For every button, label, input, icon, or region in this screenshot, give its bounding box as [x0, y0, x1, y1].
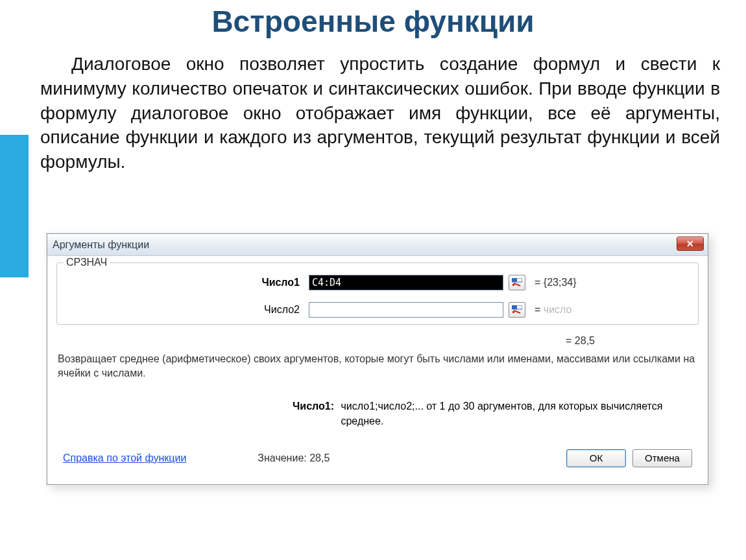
argument-row: Число1 = {23;34}	[64, 275, 692, 290]
argument-input-2[interactable]	[309, 302, 503, 318]
value-text: Значение: 28,5	[258, 452, 330, 464]
argument-label: Число2	[64, 304, 304, 316]
svg-rect-4	[512, 305, 517, 309]
collapse-dialog-button[interactable]	[509, 302, 525, 318]
ok-button[interactable]: ОК	[566, 449, 626, 467]
collapse-dialog-button[interactable]	[509, 275, 525, 290]
argument-result-1: = {23;34}	[535, 277, 577, 288]
value-number: 28,5	[309, 452, 330, 463]
dialog-titlebar[interactable]: Аргументы функции ✕	[47, 234, 708, 256]
argument-row: Число2 = число	[64, 302, 692, 318]
argument-result-2: = число	[535, 304, 572, 316]
value-prefix: Значение:	[258, 452, 306, 463]
slide-paragraph: Диалоговое окно позволяет упростить созд…	[40, 52, 720, 174]
function-arguments-dialog: Аргументы функции ✕ СРЗНАЧ Число1	[47, 233, 708, 485]
help-link[interactable]: Справка по этой функции	[63, 452, 186, 464]
close-button[interactable]: ✕	[677, 237, 704, 251]
function-description: Возвращает среднее (арифметическое) свои…	[56, 349, 699, 385]
svg-rect-2	[512, 284, 514, 286]
slide: Встроенные функции Диалоговое окно позво…	[0, 0, 746, 560]
svg-rect-1	[512, 278, 517, 282]
function-group: СРЗНАЧ Число1 = {23;34}	[56, 262, 699, 325]
close-icon: ✕	[686, 239, 694, 249]
dialog-body: СРЗНАЧ Число1 = {23;34}	[47, 256, 708, 484]
range-picker-icon	[512, 278, 522, 287]
argument-help-label: Число1:	[58, 399, 338, 414]
argument-help-text: число1;число2;... от 1 до 30 аргументов,…	[341, 399, 684, 428]
intermediate-result: = 28,5	[56, 330, 699, 349]
accent-bar	[0, 135, 29, 277]
dialog-footer: Справка по этой функции Значение: 28,5 О…	[56, 444, 699, 475]
slide-title: Встроенные функции	[0, 4, 746, 39]
range-picker-icon	[512, 305, 522, 314]
dialog-title: Аргументы функции	[53, 239, 149, 251]
argument-label: Число1	[64, 277, 304, 288]
argument-result-eq: =	[535, 304, 544, 315]
argument-placeholder: число	[544, 304, 572, 315]
svg-rect-5	[512, 311, 514, 313]
argument-input-1[interactable]	[309, 275, 503, 290]
cancel-button[interactable]: Отмена	[632, 449, 692, 467]
function-name-label: СРЗНАЧ	[64, 257, 110, 268]
argument-help: Число1: число1;число2;... от 1 до 30 арг…	[56, 385, 699, 444]
